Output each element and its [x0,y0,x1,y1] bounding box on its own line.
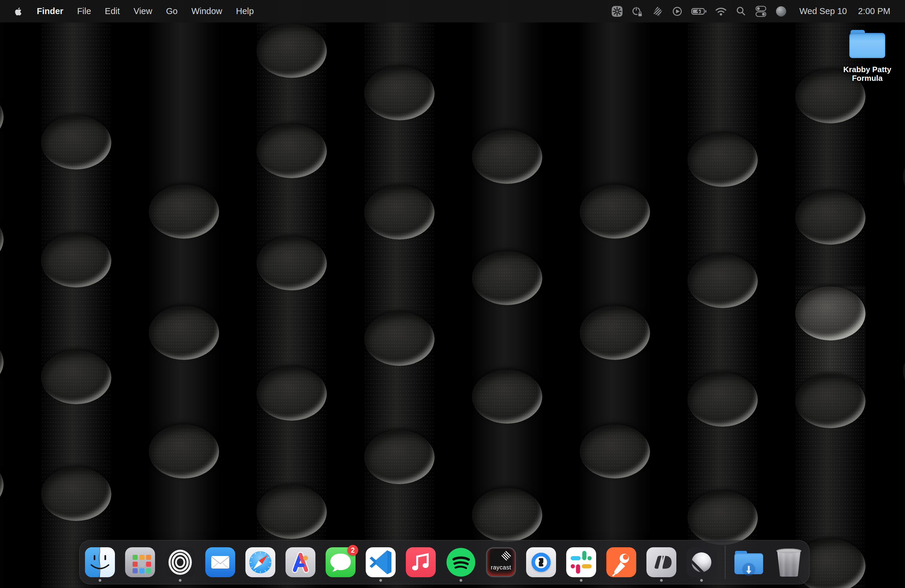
desktop-folder-label: Krabby Patty Formula [834,65,900,83]
wifi-icon[interactable] [715,5,727,18]
slack-icon [566,547,596,577]
menubar-clock[interactable]: 2:00 PM [858,6,890,16]
wallpaper-cylinder-cap [364,186,435,240]
dock: 2 raycast [79,540,810,585]
one-password-icon [526,547,556,577]
wallpaper-cylinder-cap [149,185,219,238]
dock-item-postman[interactable] [607,547,636,577]
wallpaper [0,0,905,588]
concentric-circles-icon [165,547,195,577]
dock-item-onepassword[interactable] [526,547,556,577]
menu-item-help[interactable]: Help [236,0,254,22]
wallpaper-cylinder-cap [364,312,435,366]
wallpaper-cylinder-column [0,0,3,588]
menu-item-file[interactable]: File [77,0,91,22]
wallpaper-cylinder-cap [580,424,650,478]
menu-item-edit[interactable]: Edit [105,0,120,22]
launchpad-icon [125,547,155,577]
menu-item-window[interactable]: Window [191,0,222,22]
dock-item-launchpad[interactable] [125,547,155,577]
menu-bar: Finder File Edit View Go Window Help [0,0,905,22]
dock-item-arc[interactable] [286,547,316,577]
dock-item-vscode[interactable] [366,547,395,577]
wallpaper-cylinder-cap [256,485,327,539]
wallpaper-cylinder-cap [795,191,865,245]
wallpaper-cylinder-cap [364,67,435,120]
wallpaper-cylinder-cap [472,488,542,542]
wallpaper-cylinder-cap [795,286,865,340]
dock-item-messages[interactable]: 2 [325,547,356,577]
running-indicator-dot [580,579,583,582]
apple-menu-icon[interactable] [14,6,23,17]
wallpaper-cylinder-column [472,0,542,588]
running-indicator-dot [460,579,462,582]
dock-item-slack[interactable] [566,547,596,577]
dock-item-raycast[interactable]: raycast [486,547,516,577]
wallpaper-cylinder-cap [256,124,327,178]
downloads-folder-icon [734,547,764,577]
wallpaper-cylinder-cap [687,491,758,545]
dock-item-safari[interactable] [245,547,275,577]
wallpaper-cylinder-cap [41,234,111,288]
siri-marble-icon[interactable] [775,5,787,18]
running-indicator-dot [700,579,703,582]
notification-badge: 2 [348,545,358,556]
mail-icon [205,547,235,577]
starburst-app-icon[interactable] [611,5,623,18]
trash-icon [774,547,804,577]
raycast-logo-glyph [501,551,511,561]
now-playing-icon[interactable] [671,5,683,18]
wallpaper-cylinder-cap [580,185,650,238]
wallpaper-cylinder-cap [687,133,758,187]
wallpaper-cylinder-cap [41,467,111,521]
running-indicator-dot [179,579,182,582]
gray-d-app-icon [646,547,676,577]
dock-item-mail[interactable] [205,547,235,577]
dock-item-downloads[interactable] [734,547,764,577]
dock-item-grayd[interactable] [646,547,676,577]
spotlight-search-icon[interactable] [735,5,747,18]
wallpaper-cylinder-cap [795,374,865,428]
vscode-icon [366,547,395,577]
finder-icon [85,547,115,577]
postman-icon [607,547,636,577]
dock-item-linear[interactable] [686,547,716,577]
wallpaper-cylinder-column [364,0,435,588]
running-indicator-dot [379,579,382,582]
dock-item-circles[interactable] [165,547,195,577]
status-icon-cluster: Wed Sep 10 2:00 PM [611,0,890,22]
menu-item-finder[interactable]: Finder [37,0,64,22]
wallpaper-cylinder-cap [687,373,758,427]
wallpaper-cylinder-cap [41,116,111,170]
wallpaper-cylinder-column [903,0,905,588]
privacy-hatch-icon[interactable] [651,5,663,18]
running-indicator-dot [99,579,102,582]
control-center-icon[interactable] [755,5,767,18]
dock-item-spotify[interactable] [446,547,476,577]
running-indicator-dot [660,579,663,582]
raycast-icon: raycast [486,547,516,577]
menu-bar-left: Finder File Edit View Go Window Help [0,0,254,22]
raycast-label: raycast [487,564,515,571]
wallpaper-cylinder-column [256,0,327,588]
wallpaper-cylinder-cap [41,350,111,404]
wallpaper-cylinder-column [149,0,219,588]
wallpaper-cylinder-cap [472,370,542,424]
dock-item-trash[interactable] [774,547,804,577]
wallpaper-cylinder-cap [364,430,435,484]
wallpaper-cylinder-cap [149,424,219,478]
menu-item-go[interactable]: Go [166,0,178,22]
wallpaper-cylinder-cap [687,254,758,308]
wallpaper-cylinder-cap [149,306,219,360]
dock-item-music[interactable] [406,547,436,577]
apple-music-icon [406,547,436,577]
power-lock-icon[interactable] [631,5,643,18]
battery-charging-icon[interactable] [691,5,707,18]
menubar-date[interactable]: Wed Sep 10 [799,6,847,16]
dock-divider [725,545,726,579]
wallpaper-cylinder-cap [580,306,650,360]
menu-item-view[interactable]: View [133,0,152,22]
wallpaper-cylinder-cap [256,24,327,78]
dock-item-finder[interactable] [85,547,115,577]
wallpaper-cylinder-column [41,0,111,588]
